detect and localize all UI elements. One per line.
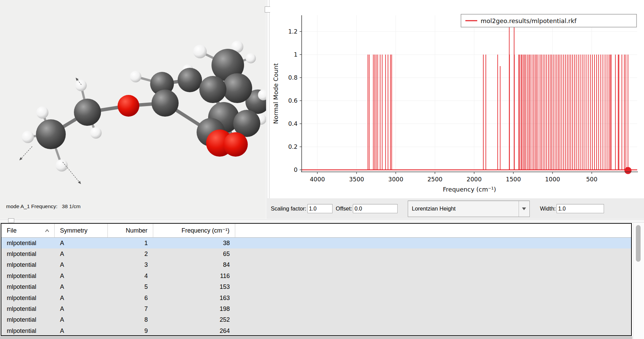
scaling-factor-label: Scaling factor: — [271, 205, 306, 212]
cell-symmetry: A — [55, 261, 108, 268]
cell-file: mlpotential — [1, 261, 55, 268]
spectrum-controls-bar: Scaling factor: Offset: Lorentzian Heigh… — [267, 198, 644, 219]
cell-number: 8 — [108, 316, 153, 323]
table-row[interactable]: mlpotentialA265 — [1, 248, 631, 259]
cell-number: 3 — [108, 261, 153, 268]
cell-file: mlpotential — [1, 305, 55, 313]
horizontal-splitter[interactable] — [0, 219, 644, 223]
cell-frequency: 198 — [153, 305, 235, 313]
molecule-viewer[interactable]: mode A_1 Frequency: 38 1/cm — [0, 0, 266, 220]
svg-text:0.8: 0.8 — [288, 74, 298, 81]
cell-file: mlpotential — [1, 251, 55, 258]
svg-text:2000: 2000 — [467, 176, 482, 183]
normal-modes-table: File Symmetry Number Frequency (cm⁻¹) ml… — [1, 223, 632, 336]
cell-frequency: 116 — [153, 273, 235, 280]
column-header-filler — [235, 224, 631, 237]
cell-symmetry: A — [55, 305, 108, 313]
cell-frequency: 65 — [153, 251, 235, 258]
svg-text:1000: 1000 — [545, 176, 560, 183]
width-label: Width: — [540, 205, 556, 212]
offset-label: Offset: — [336, 205, 352, 212]
sort-ascending-icon — [45, 229, 49, 232]
table-row[interactable]: mlpotentialA138 — [1, 238, 631, 248]
svg-text:4000: 4000 — [310, 176, 325, 183]
cell-frequency: 84 — [153, 261, 235, 268]
spectrum-plot-pane: 400035003000250020001500100050000.20.40.… — [270, 0, 644, 198]
x-axis-label: Frequency (cm⁻¹) — [443, 186, 496, 193]
lineshape-selected-value: Lorentzian Height — [408, 205, 519, 212]
window-bottom-strip — [0, 336, 632, 339]
column-header-frequency[interactable]: Frequency (cm⁻¹) — [153, 224, 235, 237]
cell-file: mlpotential — [1, 273, 55, 280]
cell-number: 2 — [108, 251, 153, 258]
table-body: mlpotentialA138mlpotentialA265mlpotentia… — [1, 238, 631, 336]
table-row[interactable]: mlpotentialA6163 — [1, 293, 631, 303]
table-vertical-scrollbar[interactable] — [633, 223, 644, 339]
scrollbar-thumb[interactable] — [636, 225, 641, 262]
vertical-splitter[interactable] — [266, 0, 270, 220]
selected-mode-marker — [624, 167, 631, 174]
lineshape-dropdown[interactable]: Lorentzian Height — [408, 201, 530, 217]
cell-file: mlpotential — [1, 295, 55, 302]
svg-text:0: 0 — [294, 166, 298, 173]
svg-text:0.4: 0.4 — [288, 120, 298, 127]
cell-number: 9 — [108, 327, 153, 335]
svg-text:0.6: 0.6 — [288, 97, 298, 104]
table-row[interactable]: mlpotentialA7198 — [1, 303, 631, 314]
cell-symmetry: A — [55, 251, 108, 258]
cell-file: mlpotential — [1, 316, 55, 323]
table-row[interactable]: mlpotentialA8252 — [1, 315, 631, 325]
cell-file: mlpotential — [1, 283, 55, 291]
cell-frequency: 163 — [153, 295, 235, 302]
cell-frequency: 252 — [153, 316, 235, 323]
splitter-groove — [269, 0, 269, 220]
cell-number: 6 — [108, 295, 153, 302]
splitter-groove — [267, 0, 267, 220]
table-row[interactable]: mlpotentialA9264 — [1, 325, 631, 336]
svg-text:1.2: 1.2 — [288, 28, 298, 35]
column-header-file[interactable]: File — [1, 224, 55, 237]
cell-symmetry: A — [55, 283, 108, 291]
splitter-groove — [0, 222, 644, 222]
molecule-3d-render[interactable] — [0, 0, 266, 203]
splitter-groove — [0, 220, 644, 220]
svg-text:0.2: 0.2 — [288, 143, 298, 150]
mode-frequency-status: mode A_1 Frequency: 38 1/cm — [6, 203, 81, 210]
dropdown-arrow-icon — [522, 207, 526, 210]
cell-frequency: 38 — [153, 240, 235, 247]
y-axis-label: Normal Mode Count — [272, 63, 279, 124]
spectrum-plot[interactable]: 400035003000250020001500100050000.20.40.… — [270, 0, 644, 198]
scaling-factor-input[interactable] — [307, 204, 333, 213]
column-header-number[interactable]: Number — [108, 224, 153, 237]
splitter-collapse-handle[interactable] — [8, 218, 14, 223]
table-row[interactable]: mlpotentialA5153 — [1, 282, 631, 293]
column-header-symmetry[interactable]: Symmetry — [55, 224, 108, 237]
table-row[interactable]: mlpotentialA4116 — [1, 271, 631, 281]
dropdown-arrow-button[interactable] — [519, 201, 529, 217]
cell-frequency: 264 — [153, 327, 235, 335]
cell-number: 4 — [108, 273, 153, 280]
column-header-file-label: File — [7, 227, 17, 234]
table-row[interactable]: mlpotentialA384 — [1, 260, 631, 271]
svg-text:1: 1 — [294, 51, 298, 58]
legend-label: mol2geo.results/mlpotential.rkf — [481, 17, 577, 24]
svg-text:1500: 1500 — [506, 176, 521, 183]
cell-file: mlpotential — [1, 327, 55, 335]
cell-file: mlpotential — [1, 240, 55, 247]
cell-number: 7 — [108, 305, 153, 313]
svg-text:2500: 2500 — [427, 176, 443, 183]
cell-symmetry: A — [55, 240, 108, 247]
cell-symmetry: A — [55, 327, 108, 335]
cell-number: 5 — [108, 283, 153, 291]
cell-symmetry: A — [55, 295, 108, 302]
table-header-row: File Symmetry Number Frequency (cm⁻¹) — [1, 224, 631, 238]
column-header-symmetry-label: Symmetry — [60, 227, 87, 234]
width-input[interactable] — [557, 204, 604, 213]
cell-symmetry: A — [55, 273, 108, 280]
cell-number: 1 — [108, 240, 153, 247]
cell-frequency: 153 — [153, 283, 235, 291]
offset-input[interactable] — [353, 204, 398, 213]
svg-text:3500: 3500 — [349, 176, 364, 183]
svg-text:500: 500 — [586, 176, 597, 183]
column-header-number-label: Number — [126, 227, 147, 234]
